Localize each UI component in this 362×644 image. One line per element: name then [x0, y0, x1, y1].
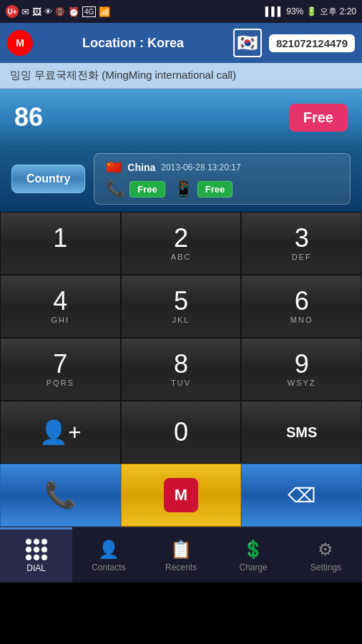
- dial-icon: [26, 539, 47, 560]
- key-6[interactable]: 6 MNO: [241, 275, 362, 338]
- country-info-header: 🇨🇳 China 2013-06-28 13:20:17: [106, 160, 338, 175]
- app-logo: M: [7, 30, 33, 56]
- country-datetime: 2013-06-28 13:20:17: [161, 162, 240, 172]
- phone-number-display: 821072124479: [269, 34, 355, 52]
- call-phone-icon: 📞: [44, 480, 77, 510]
- eye-icon: 👁: [44, 7, 52, 16]
- key-5[interactable]: 5 JKL: [121, 275, 242, 338]
- location-title: Location : Korea: [40, 36, 226, 51]
- key-1[interactable]: 1: [0, 212, 121, 275]
- landline-free-tag: Free: [129, 181, 165, 197]
- charge-icon: 💲: [243, 540, 264, 560]
- dialer-display: 86 Free: [0, 89, 362, 146]
- add-contact-icon: 👤+: [39, 419, 82, 446]
- sms-label: SMS: [286, 424, 317, 441]
- key-add-contact[interactable]: 👤+: [0, 401, 121, 464]
- country-flag-header: 🇰🇷: [233, 29, 262, 57]
- app-banner: 밍밍 무료국제전화 (MingMing international call): [0, 63, 362, 89]
- nav-dial[interactable]: DIAL: [0, 527, 72, 582]
- key-sms[interactable]: SMS: [241, 401, 362, 464]
- header: M Location : Korea 🇰🇷 821072124479: [0, 23, 362, 63]
- mobile-free-tag: Free: [197, 181, 233, 197]
- keypad: 1 2 ABC 3 DEF 4 GHI 5 JKL 6 MNO 7 PQRS: [0, 212, 362, 464]
- nav-contacts[interactable]: 👤 Contacts: [72, 527, 145, 582]
- key-7[interactable]: 7 PQRS: [0, 338, 121, 401]
- nav-recents[interactable]: 📋 Recents: [145, 527, 217, 582]
- nav-recents-label: Recents: [165, 562, 197, 572]
- nav-charge-label: Charge: [240, 562, 268, 572]
- key-9[interactable]: 9 WSYZ: [241, 338, 362, 401]
- signal-bars-icon: ▌▌▌: [265, 6, 284, 16]
- country-info-panel: 🇨🇳 China 2013-06-28 13:20:17 📞 Free 📱 Fr…: [94, 153, 351, 205]
- mingming-logo: M: [164, 478, 198, 512]
- delete-icon: ⌫: [288, 484, 316, 507]
- contacts-icon: 👤: [98, 540, 119, 560]
- alarm-icon: ⏰: [68, 6, 79, 17]
- call-options: 📞 Free 📱 Free: [106, 180, 338, 198]
- wifi-icon: 📶: [99, 6, 110, 17]
- nav-dial-label: DIAL: [26, 563, 46, 573]
- keypad-row-1: 1 2 ABC 3 DEF: [0, 212, 362, 275]
- phone-mobile-icon: 📱: [174, 180, 193, 198]
- nav-settings[interactable]: ⚙ Settings: [290, 527, 362, 582]
- china-flag: 🇨🇳: [106, 160, 122, 175]
- key-4[interactable]: 4 GHI: [0, 275, 121, 338]
- status-bar: U+ ✉ 🖼 👁 📵 ⏰ 4G 📶 ▌▌▌ 93% 🔋 오후 2:20: [0, 0, 362, 23]
- u-plus-icon: U+: [6, 5, 19, 18]
- country-section: Country 🇨🇳 China 2013-06-28 13:20:17 📞 F…: [0, 146, 362, 212]
- key-8[interactable]: 8 TUV: [121, 338, 242, 401]
- keypad-row-2: 4 GHI 5 JKL 6 MNO: [0, 275, 362, 338]
- lte-icon: 4G: [82, 6, 96, 17]
- settings-icon: ⚙: [318, 540, 333, 560]
- landline-option: 📞 Free: [106, 180, 165, 198]
- phone-landline-icon: 📞: [106, 180, 125, 198]
- keypad-row-4: 👤+ 0 SMS: [0, 401, 362, 464]
- country-button[interactable]: Country: [11, 165, 85, 193]
- dialed-number: 86: [14, 102, 43, 132]
- call-button[interactable]: 📞: [0, 464, 121, 527]
- nav-contacts-label: Contacts: [92, 562, 125, 572]
- recents-icon: 📋: [170, 540, 192, 560]
- delete-button[interactable]: ⌫: [241, 464, 362, 527]
- mingming-button[interactable]: M: [121, 464, 242, 527]
- message-icon: ✉: [21, 6, 29, 17]
- battery-level: 93%: [286, 6, 303, 16]
- key-2[interactable]: 2 ABC: [121, 212, 242, 275]
- free-badge: Free: [289, 104, 348, 132]
- country-name-label: China: [127, 162, 155, 173]
- keypad-row-3: 7 PQRS 8 TUV 9 WSYZ: [0, 338, 362, 401]
- image-icon: 🖼: [32, 6, 41, 17]
- nav-charge[interactable]: 💲 Charge: [217, 527, 290, 582]
- status-right-icons: ▌▌▌ 93% 🔋 오후 2:20: [265, 6, 356, 18]
- bottom-nav: DIAL 👤 Contacts 📋 Recents 💲 Charge ⚙ Set…: [0, 527, 362, 582]
- status-left-icons: U+ ✉ 🖼 👁 📵 ⏰ 4G 📶: [6, 5, 110, 18]
- action-row: 📞 M ⌫: [0, 464, 362, 527]
- key-3[interactable]: 3 DEF: [241, 212, 362, 275]
- no-signal-icon: 📵: [55, 7, 65, 16]
- mobile-option: 📱 Free: [174, 180, 233, 198]
- key-0[interactable]: 0: [121, 401, 242, 464]
- battery-icon: 🔋: [306, 6, 317, 16]
- nav-settings-label: Settings: [310, 562, 341, 572]
- time-display: 오후 2:20: [320, 6, 356, 18]
